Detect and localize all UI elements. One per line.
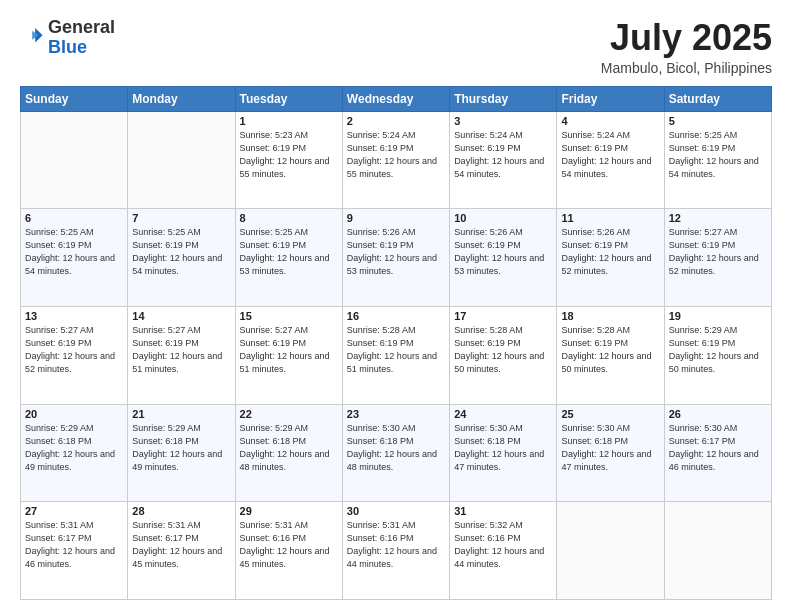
day-info: Sunrise: 5:27 AM Sunset: 6:19 PM Dayligh… — [132, 324, 230, 376]
calendar-day-cell: 10Sunrise: 5:26 AM Sunset: 6:19 PM Dayli… — [450, 209, 557, 307]
day-info: Sunrise: 5:28 AM Sunset: 6:19 PM Dayligh… — [561, 324, 659, 376]
logo-general-text: General — [48, 17, 115, 37]
calendar-week-row: 1Sunrise: 5:23 AM Sunset: 6:19 PM Daylig… — [21, 111, 772, 209]
calendar-day-cell: 18Sunrise: 5:28 AM Sunset: 6:19 PM Dayli… — [557, 306, 664, 404]
day-info: Sunrise: 5:29 AM Sunset: 6:19 PM Dayligh… — [669, 324, 767, 376]
day-info: Sunrise: 5:29 AM Sunset: 6:18 PM Dayligh… — [240, 422, 338, 474]
day-of-week-header: Friday — [557, 86, 664, 111]
day-number: 5 — [669, 115, 767, 127]
day-number: 10 — [454, 212, 552, 224]
day-number: 6 — [25, 212, 123, 224]
day-number: 16 — [347, 310, 445, 322]
calendar-day-cell: 20Sunrise: 5:29 AM Sunset: 6:18 PM Dayli… — [21, 404, 128, 502]
calendar-day-cell: 24Sunrise: 5:30 AM Sunset: 6:18 PM Dayli… — [450, 404, 557, 502]
day-number: 12 — [669, 212, 767, 224]
calendar-day-cell: 1Sunrise: 5:23 AM Sunset: 6:19 PM Daylig… — [235, 111, 342, 209]
day-number: 1 — [240, 115, 338, 127]
day-number: 4 — [561, 115, 659, 127]
calendar-day-cell — [128, 111, 235, 209]
calendar-day-cell: 14Sunrise: 5:27 AM Sunset: 6:19 PM Dayli… — [128, 306, 235, 404]
calendar-table: SundayMondayTuesdayWednesdayThursdayFrid… — [20, 86, 772, 600]
day-number: 21 — [132, 408, 230, 420]
calendar-day-cell: 21Sunrise: 5:29 AM Sunset: 6:18 PM Dayli… — [128, 404, 235, 502]
calendar-day-cell: 8Sunrise: 5:25 AM Sunset: 6:19 PM Daylig… — [235, 209, 342, 307]
day-number: 29 — [240, 505, 338, 517]
month-title: July 2025 — [601, 18, 772, 58]
day-info: Sunrise: 5:25 AM Sunset: 6:19 PM Dayligh… — [240, 226, 338, 278]
day-of-week-header: Thursday — [450, 86, 557, 111]
day-number: 27 — [25, 505, 123, 517]
day-number: 18 — [561, 310, 659, 322]
day-number: 8 — [240, 212, 338, 224]
day-number: 19 — [669, 310, 767, 322]
calendar-day-cell: 16Sunrise: 5:28 AM Sunset: 6:19 PM Dayli… — [342, 306, 449, 404]
calendar-week-row: 6Sunrise: 5:25 AM Sunset: 6:19 PM Daylig… — [21, 209, 772, 307]
calendar-day-cell: 15Sunrise: 5:27 AM Sunset: 6:19 PM Dayli… — [235, 306, 342, 404]
logo: General Blue — [20, 18, 115, 58]
day-number: 26 — [669, 408, 767, 420]
calendar-day-cell: 17Sunrise: 5:28 AM Sunset: 6:19 PM Dayli… — [450, 306, 557, 404]
calendar-day-cell — [557, 502, 664, 600]
day-number: 9 — [347, 212, 445, 224]
day-info: Sunrise: 5:30 AM Sunset: 6:18 PM Dayligh… — [561, 422, 659, 474]
calendar-day-cell: 6Sunrise: 5:25 AM Sunset: 6:19 PM Daylig… — [21, 209, 128, 307]
day-number: 30 — [347, 505, 445, 517]
calendar-day-cell: 2Sunrise: 5:24 AM Sunset: 6:19 PM Daylig… — [342, 111, 449, 209]
day-number: 28 — [132, 505, 230, 517]
day-of-week-header: Saturday — [664, 86, 771, 111]
day-info: Sunrise: 5:24 AM Sunset: 6:19 PM Dayligh… — [454, 129, 552, 181]
day-number: 15 — [240, 310, 338, 322]
location: Mambulo, Bicol, Philippines — [601, 60, 772, 76]
calendar-day-cell: 28Sunrise: 5:31 AM Sunset: 6:17 PM Dayli… — [128, 502, 235, 600]
day-info: Sunrise: 5:30 AM Sunset: 6:18 PM Dayligh… — [454, 422, 552, 474]
day-number: 25 — [561, 408, 659, 420]
day-number: 20 — [25, 408, 123, 420]
calendar-week-row: 13Sunrise: 5:27 AM Sunset: 6:19 PM Dayli… — [21, 306, 772, 404]
calendar-week-row: 27Sunrise: 5:31 AM Sunset: 6:17 PM Dayli… — [21, 502, 772, 600]
calendar-day-cell — [664, 502, 771, 600]
day-number: 7 — [132, 212, 230, 224]
day-number: 3 — [454, 115, 552, 127]
day-info: Sunrise: 5:28 AM Sunset: 6:19 PM Dayligh… — [347, 324, 445, 376]
day-info: Sunrise: 5:30 AM Sunset: 6:18 PM Dayligh… — [347, 422, 445, 474]
page: General Blue July 2025 Mambulo, Bicol, P… — [0, 0, 792, 612]
logo-blue-text: Blue — [48, 37, 87, 57]
day-info: Sunrise: 5:31 AM Sunset: 6:16 PM Dayligh… — [240, 519, 338, 571]
day-info: Sunrise: 5:29 AM Sunset: 6:18 PM Dayligh… — [25, 422, 123, 474]
day-info: Sunrise: 5:27 AM Sunset: 6:19 PM Dayligh… — [669, 226, 767, 278]
calendar-header-row: SundayMondayTuesdayWednesdayThursdayFrid… — [21, 86, 772, 111]
calendar-day-cell: 9Sunrise: 5:26 AM Sunset: 6:19 PM Daylig… — [342, 209, 449, 307]
calendar-day-cell: 3Sunrise: 5:24 AM Sunset: 6:19 PM Daylig… — [450, 111, 557, 209]
calendar-day-cell: 31Sunrise: 5:32 AM Sunset: 6:16 PM Dayli… — [450, 502, 557, 600]
calendar-day-cell: 7Sunrise: 5:25 AM Sunset: 6:19 PM Daylig… — [128, 209, 235, 307]
calendar-week-row: 20Sunrise: 5:29 AM Sunset: 6:18 PM Dayli… — [21, 404, 772, 502]
day-number: 24 — [454, 408, 552, 420]
day-info: Sunrise: 5:31 AM Sunset: 6:16 PM Dayligh… — [347, 519, 445, 571]
day-info: Sunrise: 5:25 AM Sunset: 6:19 PM Dayligh… — [132, 226, 230, 278]
calendar-day-cell: 12Sunrise: 5:27 AM Sunset: 6:19 PM Dayli… — [664, 209, 771, 307]
day-of-week-header: Monday — [128, 86, 235, 111]
day-number: 17 — [454, 310, 552, 322]
day-number: 22 — [240, 408, 338, 420]
calendar-day-cell: 27Sunrise: 5:31 AM Sunset: 6:17 PM Dayli… — [21, 502, 128, 600]
day-number: 23 — [347, 408, 445, 420]
calendar-day-cell: 25Sunrise: 5:30 AM Sunset: 6:18 PM Dayli… — [557, 404, 664, 502]
day-info: Sunrise: 5:29 AM Sunset: 6:18 PM Dayligh… — [132, 422, 230, 474]
day-info: Sunrise: 5:26 AM Sunset: 6:19 PM Dayligh… — [454, 226, 552, 278]
day-of-week-header: Sunday — [21, 86, 128, 111]
day-info: Sunrise: 5:26 AM Sunset: 6:19 PM Dayligh… — [561, 226, 659, 278]
day-number: 14 — [132, 310, 230, 322]
calendar-day-cell: 5Sunrise: 5:25 AM Sunset: 6:19 PM Daylig… — [664, 111, 771, 209]
day-info: Sunrise: 5:28 AM Sunset: 6:19 PM Dayligh… — [454, 324, 552, 376]
calendar-day-cell: 29Sunrise: 5:31 AM Sunset: 6:16 PM Dayli… — [235, 502, 342, 600]
day-number: 2 — [347, 115, 445, 127]
day-info: Sunrise: 5:27 AM Sunset: 6:19 PM Dayligh… — [25, 324, 123, 376]
calendar-day-cell: 22Sunrise: 5:29 AM Sunset: 6:18 PM Dayli… — [235, 404, 342, 502]
day-info: Sunrise: 5:26 AM Sunset: 6:19 PM Dayligh… — [347, 226, 445, 278]
day-info: Sunrise: 5:24 AM Sunset: 6:19 PM Dayligh… — [561, 129, 659, 181]
day-of-week-header: Tuesday — [235, 86, 342, 111]
calendar-day-cell: 13Sunrise: 5:27 AM Sunset: 6:19 PM Dayli… — [21, 306, 128, 404]
day-number: 11 — [561, 212, 659, 224]
day-info: Sunrise: 5:25 AM Sunset: 6:19 PM Dayligh… — [669, 129, 767, 181]
day-number: 13 — [25, 310, 123, 322]
